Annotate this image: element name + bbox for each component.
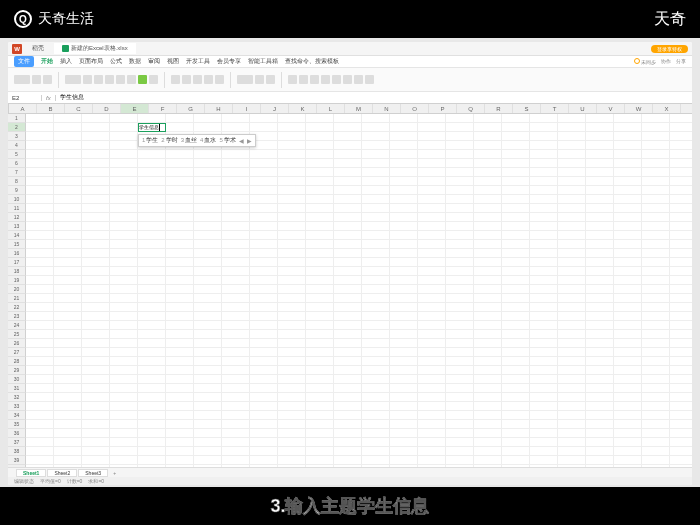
cell[interactable] xyxy=(362,321,390,330)
cell[interactable] xyxy=(110,114,138,123)
cell[interactable] xyxy=(250,168,278,177)
cell[interactable] xyxy=(418,384,446,393)
cell[interactable] xyxy=(110,420,138,429)
cell[interactable] xyxy=(530,312,558,321)
row-col-button[interactable] xyxy=(332,75,341,84)
cell[interactable] xyxy=(670,204,692,213)
cell[interactable] xyxy=(446,303,474,312)
cell[interactable] xyxy=(362,357,390,366)
cell[interactable] xyxy=(54,357,82,366)
cell[interactable] xyxy=(614,375,642,384)
cell[interactable] xyxy=(54,276,82,285)
cell[interactable] xyxy=(334,177,362,186)
cell[interactable] xyxy=(250,402,278,411)
fill-color-button[interactable] xyxy=(138,75,147,84)
menu-review[interactable]: 审阅 xyxy=(148,57,160,66)
cell[interactable] xyxy=(670,276,692,285)
cell[interactable] xyxy=(586,114,614,123)
cell[interactable] xyxy=(446,438,474,447)
cell[interactable] xyxy=(418,420,446,429)
cell[interactable] xyxy=(334,195,362,204)
cell[interactable] xyxy=(306,366,334,375)
cell[interactable] xyxy=(502,357,530,366)
cell[interactable] xyxy=(558,204,586,213)
cell[interactable] xyxy=(138,276,166,285)
currency-button[interactable] xyxy=(255,75,264,84)
cell[interactable] xyxy=(222,330,250,339)
cell[interactable] xyxy=(54,213,82,222)
cell[interactable] xyxy=(390,411,418,420)
ime-candidate-box[interactable]: 1学生 2学时 3血丝 4血水 5学术 ◀ ▶ xyxy=(138,134,256,147)
cell[interactable] xyxy=(558,159,586,168)
cell[interactable] xyxy=(614,429,642,438)
cell[interactable] xyxy=(26,204,54,213)
row-head-31[interactable]: 31 xyxy=(8,384,26,393)
cell[interactable] xyxy=(138,258,166,267)
cell[interactable] xyxy=(334,438,362,447)
cell[interactable] xyxy=(54,339,82,348)
percent-button[interactable] xyxy=(266,75,275,84)
cell[interactable] xyxy=(26,312,54,321)
cell[interactable] xyxy=(418,303,446,312)
col-M[interactable]: M xyxy=(345,104,373,113)
cell[interactable] xyxy=(110,402,138,411)
cell[interactable] xyxy=(642,213,670,222)
row-head-39[interactable]: 39 xyxy=(8,456,26,465)
cell[interactable] xyxy=(194,186,222,195)
cell[interactable] xyxy=(558,456,586,465)
cell[interactable] xyxy=(110,312,138,321)
paste-button[interactable] xyxy=(14,75,30,84)
row-head-33[interactable]: 33 xyxy=(8,402,26,411)
cell[interactable] xyxy=(586,375,614,384)
cell[interactable] xyxy=(390,339,418,348)
cell[interactable] xyxy=(390,357,418,366)
cell[interactable] xyxy=(362,231,390,240)
cell[interactable] xyxy=(278,186,306,195)
formula-input[interactable]: 学生信息 xyxy=(56,93,692,102)
col-X[interactable]: X xyxy=(653,104,681,113)
cell[interactable] xyxy=(110,204,138,213)
cell[interactable] xyxy=(586,249,614,258)
cell[interactable] xyxy=(614,186,642,195)
cell[interactable] xyxy=(642,240,670,249)
cell[interactable] xyxy=(278,456,306,465)
cell[interactable] xyxy=(334,357,362,366)
cell[interactable] xyxy=(194,303,222,312)
row-head-18[interactable]: 18 xyxy=(8,267,26,276)
cell[interactable] xyxy=(250,330,278,339)
cell[interactable] xyxy=(530,294,558,303)
cell[interactable] xyxy=(670,267,692,276)
cell[interactable] xyxy=(110,213,138,222)
col-I[interactable]: I xyxy=(233,104,261,113)
cell[interactable] xyxy=(502,393,530,402)
cell[interactable] xyxy=(642,402,670,411)
cell[interactable] xyxy=(502,186,530,195)
cell[interactable] xyxy=(418,186,446,195)
cell[interactable] xyxy=(278,339,306,348)
cell[interactable] xyxy=(474,168,502,177)
col-A[interactable]: A xyxy=(9,104,37,113)
cell[interactable] xyxy=(390,204,418,213)
cell[interactable] xyxy=(418,114,446,123)
cell[interactable] xyxy=(334,402,362,411)
cell[interactable] xyxy=(446,321,474,330)
cell[interactable] xyxy=(82,204,110,213)
cell[interactable] xyxy=(26,438,54,447)
cell[interactable] xyxy=(670,438,692,447)
col-D[interactable]: D xyxy=(93,104,121,113)
cell[interactable] xyxy=(446,231,474,240)
cell[interactable] xyxy=(82,240,110,249)
cell[interactable] xyxy=(250,294,278,303)
cell[interactable] xyxy=(82,375,110,384)
cell[interactable] xyxy=(194,168,222,177)
cell[interactable] xyxy=(82,294,110,303)
cell[interactable] xyxy=(26,285,54,294)
cell[interactable] xyxy=(26,141,54,150)
cell[interactable] xyxy=(418,375,446,384)
cell[interactable] xyxy=(474,456,502,465)
cell[interactable] xyxy=(194,231,222,240)
cell[interactable] xyxy=(26,348,54,357)
cell[interactable] xyxy=(614,141,642,150)
cell[interactable] xyxy=(138,150,166,159)
cell[interactable] xyxy=(110,222,138,231)
